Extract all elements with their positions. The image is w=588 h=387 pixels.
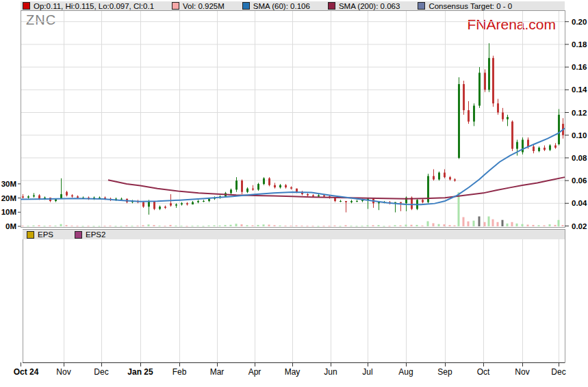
candle-body [538, 148, 540, 151]
volume-bar [438, 224, 440, 226]
month-label: Dec [94, 367, 108, 377]
candle-body [22, 196, 24, 198]
candle-body [77, 196, 79, 198]
volume-bar [71, 226, 73, 226]
candle-body [120, 199, 123, 200]
candle-body [197, 201, 199, 202]
volume-bar [235, 224, 238, 226]
candle-body [468, 110, 470, 122]
candle-body [433, 176, 435, 179]
candle-body [549, 146, 551, 150]
month-label: Sep [437, 367, 452, 377]
price-tick-label: 0.02 [572, 222, 587, 230]
volume-bar [44, 226, 46, 226]
volume-bar [458, 192, 460, 226]
volume-bar [416, 225, 418, 226]
candle-body [458, 84, 460, 158]
price-chart-canvas[interactable]: 0.020.040.060.080.100.120.140.160.180.20… [0, 0, 588, 387]
eps-swatch-icon [27, 231, 34, 239]
volume-bar [562, 225, 564, 226]
candle-body [497, 103, 499, 112]
candle-body [38, 196, 40, 199]
volume-bar [137, 226, 139, 226]
month-label: Jul [362, 367, 372, 377]
candle-body [312, 196, 314, 197]
price-tick-label: 0.18 [572, 40, 587, 49]
volume-bar [468, 222, 470, 226]
volume-bar [361, 226, 363, 226]
candle-body [252, 189, 254, 190]
candle-body [175, 204, 177, 206]
volume-bar [497, 222, 499, 226]
volume-bar [290, 226, 292, 226]
volume-bar [66, 225, 68, 226]
candle-body [99, 198, 101, 198]
volume-bar [329, 226, 331, 226]
candle-body [246, 189, 248, 192]
volume-bar [252, 226, 254, 226]
candle-body [257, 184, 259, 189]
candle-body [554, 146, 557, 148]
volume-bar [219, 226, 221, 226]
volume-bar [82, 226, 84, 226]
candle-body [507, 117, 509, 119]
volume-bar [257, 225, 259, 226]
legend-eps2-label: EPS2 [86, 230, 105, 239]
volume-bar [427, 222, 429, 226]
price-tick-label: 0.20 [572, 18, 587, 26]
candle-body [345, 201, 347, 202]
volume-bar [268, 225, 270, 226]
volume-bar [389, 226, 391, 226]
candle-body [274, 185, 276, 187]
candle-body [296, 189, 298, 192]
volume-tick-label: 30M [1, 180, 16, 188]
volume-bar [38, 225, 40, 226]
volume-bar [225, 225, 227, 226]
volume-bar [164, 226, 166, 226]
volume-bar [296, 226, 298, 226]
candle-body [142, 202, 144, 207]
candle-body [478, 72, 481, 105]
volume-bar [488, 217, 490, 226]
volume-bar [274, 225, 276, 226]
volume-bar [549, 224, 551, 226]
volume-bar [88, 226, 90, 226]
volume-tick-label: 20M [1, 194, 16, 202]
candle-body [522, 139, 524, 152]
candle-body [33, 196, 35, 197]
price-tick-label: 0.06 [572, 176, 587, 185]
candle-body [285, 185, 287, 187]
candle-body [516, 142, 518, 149]
month-label: Feb [172, 367, 187, 377]
volume-bar [478, 217, 481, 226]
candle-body [230, 189, 232, 193]
candle-body [268, 178, 270, 185]
candle-body [186, 203, 188, 204]
candle-body [208, 199, 210, 201]
price-tick-label: 0.16 [572, 63, 587, 71]
volume-bar [323, 226, 325, 226]
volume-bar [192, 226, 194, 226]
legend-eps: EPS [27, 230, 53, 239]
volume-bar [484, 222, 486, 226]
candle-body [290, 187, 292, 189]
candle-body [438, 172, 440, 179]
volume-bar [318, 226, 320, 226]
month-label: Nov [56, 367, 71, 377]
volume-bar [126, 226, 128, 226]
month-label: Jun [324, 367, 337, 377]
month-label: Mar [210, 367, 225, 377]
volume-bar [378, 225, 380, 226]
volume-bar [383, 226, 385, 226]
volume-bar [527, 225, 529, 226]
volume-bar [367, 226, 369, 226]
volume-tick-label: 0M [5, 222, 16, 230]
candle-body [323, 196, 325, 197]
volume-bar [27, 226, 29, 226]
candle-body [203, 201, 205, 202]
volume-bar [55, 226, 57, 226]
volume-bar [120, 226, 123, 226]
month-label: Oct 24 [14, 367, 39, 377]
volume-bar [422, 226, 424, 226]
candle-body [192, 202, 194, 204]
